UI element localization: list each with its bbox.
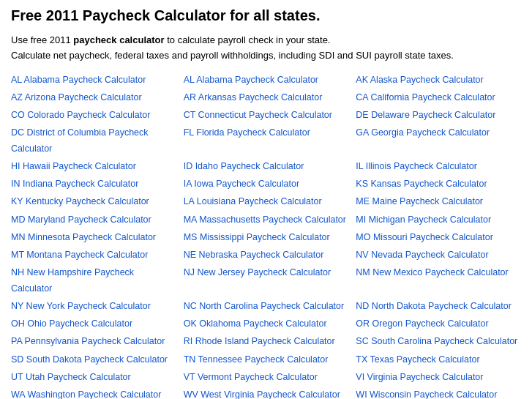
paycheck-calculator-link[interactable]: WI Wisconsin Paycheck Calculator xyxy=(356,387,521,399)
paycheck-calculator-link[interactable]: HI Hawaii Paycheck Calculator xyxy=(11,159,176,174)
paycheck-calculator-link[interactable]: TN Tennessee Paycheck Calculator xyxy=(184,352,349,368)
paycheck-calculator-link[interactable]: WA Washington Paycheck Calculator xyxy=(11,387,176,399)
paycheck-calculator-link[interactable]: PA Pennsylvania Paycheck Calculator xyxy=(11,334,176,349)
paycheck-calculator-link[interactable]: CO Colorado Paycheck Calculator xyxy=(11,108,176,123)
paycheck-calculator-link[interactable]: CA California Paycheck Calculator xyxy=(356,90,521,105)
intro-line1: Use free 2011 paycheck calculator to cal… xyxy=(11,34,330,45)
paycheck-calculator-link[interactable]: NE Nebraska Paycheck Calculator xyxy=(184,247,349,263)
paycheck-calculator-link[interactable]: IL Illinois Paycheck Calculator xyxy=(356,159,521,174)
paycheck-calculator-link[interactable]: OR Oregon Paycheck Calculator xyxy=(356,316,521,332)
paycheck-calculator-link[interactable]: AR Arkansas Paycheck Calculator xyxy=(184,90,349,105)
link-grid: AL Alabama Paycheck CalculatorAL Alabama… xyxy=(11,72,521,399)
paycheck-calculator-link[interactable]: LA Louisiana Paycheck Calculator xyxy=(184,194,349,209)
paycheck-calculator-link[interactable]: NM New Mexico Paycheck Calculator xyxy=(356,265,521,297)
paycheck-calculator-link[interactable]: MI Michigan Paycheck Calculator xyxy=(356,212,521,228)
paycheck-calculator-link[interactable]: MN Minnesota Paycheck Calculator xyxy=(11,230,176,245)
paycheck-calculator-link[interactable]: UT Utah Paycheck Calculator xyxy=(11,370,176,385)
paycheck-calculator-link[interactable]: AL Alabama Paycheck Calculator xyxy=(184,72,349,88)
paycheck-calculator-link[interactable]: OK Oklahoma Paycheck Calculator xyxy=(184,316,349,332)
paycheck-calculator-link[interactable]: RI Rhode Island Paycheck Calculator xyxy=(184,334,349,349)
paycheck-calculator-link[interactable]: KS Kansas Paycheck Calculator xyxy=(356,176,521,192)
intro-line2: Calculate net paycheck, federal taxes an… xyxy=(11,50,454,61)
paycheck-calculator-link[interactable]: MS Mississippi Paycheck Calculator xyxy=(184,230,349,245)
paycheck-calculator-link[interactable]: DC District of Columbia Paycheck Calcula… xyxy=(11,125,176,157)
paycheck-calculator-link[interactable]: TX Texas Paycheck Calculator xyxy=(356,352,521,368)
paycheck-calculator-link[interactable]: KY Kentucky Paycheck Calculator xyxy=(11,194,176,209)
paycheck-calculator-link[interactable]: ID Idaho Paycheck Calculator xyxy=(184,159,349,174)
paycheck-calculator-link[interactable]: MO Missouri Paycheck Calculator xyxy=(356,230,521,245)
paycheck-calculator-link[interactable]: SD South Dakota Paycheck Calculator xyxy=(11,352,176,368)
page-title: Free 2011 Paycheck Calculator for all st… xyxy=(11,7,521,24)
paycheck-calculator-link[interactable]: VT Vermont Paycheck Calculator xyxy=(184,370,349,385)
paycheck-calculator-link[interactable]: FL Florida Paycheck Calculator xyxy=(184,125,349,157)
intro-text: Use free 2011 paycheck calculator to cal… xyxy=(11,33,521,64)
paycheck-calculator-link[interactable]: MT Montana Paycheck Calculator xyxy=(11,247,176,263)
paycheck-calculator-link[interactable]: GA Georgia Paycheck Calculator xyxy=(356,125,521,157)
paycheck-calculator-link[interactable]: VI Virginia Paycheck Calculator xyxy=(356,370,521,385)
paycheck-calculator-link[interactable]: CT Connecticut Paycheck Calculator xyxy=(184,108,349,123)
paycheck-calculator-link[interactable]: OH Ohio Paycheck Calculator xyxy=(11,316,176,332)
paycheck-calculator-link[interactable]: MA Massachusetts Paycheck Calculator xyxy=(184,212,349,228)
paycheck-calculator-link[interactable]: WV West Virginia Paycheck Calculator xyxy=(184,387,349,399)
paycheck-calculator-link[interactable]: NJ New Jersey Paycheck Calculator xyxy=(184,265,349,297)
paycheck-calculator-link[interactable]: NH New Hampshire Paycheck Calculator xyxy=(11,265,176,297)
paycheck-calculator-link[interactable]: AZ Arizona Paycheck Calculator xyxy=(11,90,176,105)
paycheck-calculator-link[interactable]: DE Delaware Paycheck Calculator xyxy=(356,108,521,123)
paycheck-calculator-link[interactable]: IN Indiana Paycheck Calculator xyxy=(11,176,176,192)
paycheck-calculator-link[interactable]: NC North Carolina Paycheck Calculator xyxy=(184,299,349,314)
paycheck-calculator-link[interactable]: AK Alaska Paycheck Calculator xyxy=(356,72,521,88)
paycheck-calculator-link[interactable]: ND North Dakota Paycheck Calculator xyxy=(356,299,521,314)
paycheck-calculator-link[interactable]: IA Iowa Paycheck Calculator xyxy=(184,176,349,192)
paycheck-calculator-link[interactable]: SC South Carolina Paycheck Calculator xyxy=(356,334,521,349)
paycheck-calculator-link[interactable]: AL Alabama Paycheck Calculator xyxy=(11,72,176,88)
paycheck-calculator-link[interactable]: NY New York Paycheck Calculator xyxy=(11,299,176,314)
paycheck-calculator-link[interactable]: NV Nevada Paycheck Calculator xyxy=(356,247,521,263)
paycheck-calculator-link[interactable]: MD Maryland Paycheck Calculator xyxy=(11,212,176,228)
paycheck-calculator-link[interactable]: ME Maine Paycheck Calculator xyxy=(356,194,521,209)
